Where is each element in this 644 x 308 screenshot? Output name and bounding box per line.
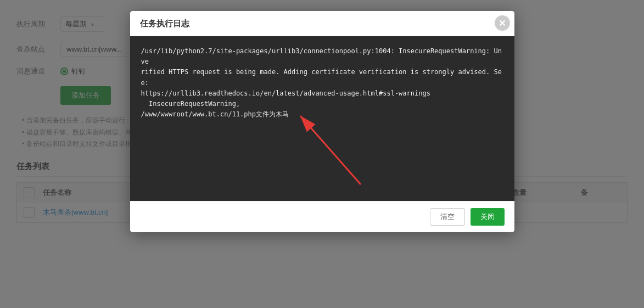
modal-title: 任务执行日志 (140, 19, 189, 28)
modal-body: /usr/lib/python2.7/site-packages/urllib3… (130, 36, 514, 201)
modal-footer: 清空 关闭 (130, 201, 514, 232)
close-modal-button[interactable]: 关闭 (471, 208, 505, 226)
modal-close-button[interactable]: ✕ (495, 15, 510, 31)
log-modal: ✕ 任务执行日志 /usr/lib/python2.7/site-package… (130, 11, 514, 232)
modal-overlay: ✕ 任务执行日志 /usr/lib/python2.7/site-package… (0, 0, 644, 308)
log-content: /usr/lib/python2.7/site-packages/urllib3… (141, 46, 503, 120)
close-icon: ✕ (499, 18, 506, 29)
clear-log-button[interactable]: 清空 (430, 208, 465, 226)
svg-line-1 (300, 116, 361, 184)
modal-header: 任务执行日志 (130, 11, 514, 36)
